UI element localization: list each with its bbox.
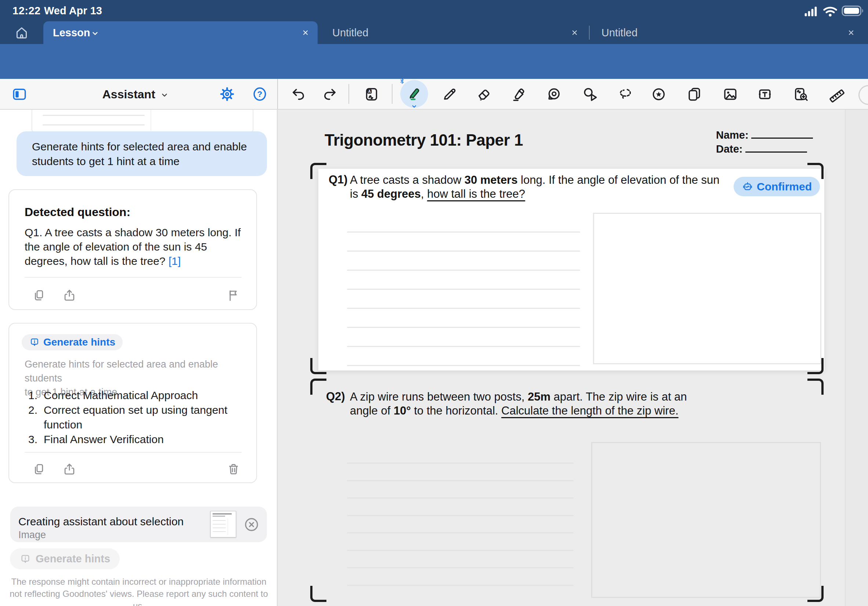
hints-list: 1.Correct Mathematical Approach 2.Correc… xyxy=(28,388,245,447)
bluetooth-icon xyxy=(399,78,405,84)
copy-button[interactable] xyxy=(32,462,46,476)
name-line xyxy=(751,129,813,139)
tool-divider xyxy=(392,84,392,104)
pen-tool-active[interactable] xyxy=(400,80,428,108)
selection-corner-handle[interactable] xyxy=(808,586,823,602)
overflow-tool-partial[interactable] xyxy=(859,85,868,105)
confirmed-badge[interactable]: Confirmed xyxy=(734,177,820,196)
copy-button[interactable] xyxy=(32,288,46,302)
delete-button[interactable] xyxy=(226,462,240,476)
undo-icon[interactable] xyxy=(290,86,307,103)
battery-icon xyxy=(842,5,864,17)
date-row: Date: xyxy=(716,143,807,155)
pen-icon xyxy=(406,85,423,102)
share-button[interactable] xyxy=(62,462,76,476)
cards-icon[interactable] xyxy=(686,86,703,103)
shapes-icon[interactable] xyxy=(582,86,599,103)
hint-item: 1.Correct Mathematical Approach xyxy=(28,388,245,403)
selection-corner-handle[interactable] xyxy=(808,358,823,374)
tab-lesson-label: Lesson xyxy=(53,27,90,39)
attachment-preview[interactable] xyxy=(32,110,253,133)
tab-untitled-1[interactable]: Untitled xyxy=(318,21,589,44)
panel-divider xyxy=(277,79,278,109)
ai-robot-icon xyxy=(742,181,753,193)
share-button[interactable] xyxy=(62,288,76,302)
close-icon[interactable] xyxy=(570,28,579,37)
chevron-down-icon xyxy=(411,103,418,110)
redo-icon[interactable] xyxy=(321,86,338,103)
page-zoom-icon[interactable] xyxy=(792,86,809,103)
confirmed-label: Confirmed xyxy=(757,181,812,193)
tab-untitled-1-label: Untitled xyxy=(332,27,368,39)
user-message-bubble: Generate hints for selected area and ena… xyxy=(17,131,267,176)
selection-corner-handle[interactable] xyxy=(808,379,823,395)
card-divider xyxy=(25,452,242,453)
q2-answer-lines xyxy=(347,462,574,602)
date-line xyxy=(746,143,807,153)
text-box-icon[interactable] xyxy=(756,86,773,103)
share-icon xyxy=(62,462,76,476)
q1-answer-lines xyxy=(347,232,580,384)
creating-card-type: Image xyxy=(19,529,46,541)
hint-bubble-icon xyxy=(29,337,40,348)
citation-link[interactable]: [1] xyxy=(169,255,181,267)
eraser-icon[interactable] xyxy=(476,86,492,103)
close-icon[interactable] xyxy=(301,28,310,37)
flag-icon xyxy=(226,288,240,302)
highlighter-icon[interactable] xyxy=(511,86,528,103)
tab-untitled-2[interactable]: Untitled xyxy=(590,21,868,44)
home-button[interactable] xyxy=(0,21,43,44)
selection-corner-handle[interactable] xyxy=(310,379,326,395)
user-message-text: Generate hints for selected area and ena… xyxy=(17,131,267,169)
hints-response-card: Generate hints Generate hints for select… xyxy=(8,323,257,483)
status-bar: 12:22 Wed Apr 13 xyxy=(0,0,868,21)
pencil-icon[interactable] xyxy=(441,86,458,103)
wifi-icon xyxy=(823,6,838,17)
gear-icon[interactable] xyxy=(219,85,236,103)
q2-work-box xyxy=(591,442,821,598)
close-icon[interactable] xyxy=(847,28,856,37)
sidebar-toggle-icon[interactable] xyxy=(11,86,28,103)
hint-item: 3.Final Answer Verification xyxy=(28,432,245,447)
assistant-panel: Generate hints for selected area and ena… xyxy=(0,110,277,606)
q1-work-box xyxy=(593,213,822,364)
chevron-down-icon xyxy=(90,29,100,38)
image-icon[interactable] xyxy=(722,86,739,103)
remove-selection-button[interactable] xyxy=(243,516,260,533)
convert-handwriting-icon[interactable] xyxy=(363,86,380,103)
name-row: Name: xyxy=(716,129,813,141)
page-edge xyxy=(845,110,868,606)
generate-hints-button[interactable]: Generate hints xyxy=(10,549,120,569)
q1-text: A tree casts a shadow 30 meters long. If… xyxy=(350,173,721,201)
copy-icon xyxy=(32,288,46,302)
lasso-icon[interactable] xyxy=(616,86,633,103)
share-icon xyxy=(62,288,76,302)
selection-corner-handle[interactable] xyxy=(310,163,326,179)
assistant-header[interactable]: Assistant xyxy=(44,88,228,101)
tab-bar: Lesson Untitled Untitled xyxy=(0,21,868,44)
help-icon[interactable] xyxy=(251,85,268,103)
generate-hints-button-label: Generate hints xyxy=(36,553,110,565)
tab-lesson[interactable]: Lesson xyxy=(43,21,318,44)
chevron-down-icon xyxy=(160,90,169,100)
cellular-signal-icon xyxy=(804,6,819,17)
document-canvas[interactable]: Trigonometry 101: Paper 1 Name: Date: Q1… xyxy=(277,110,868,606)
home-icon xyxy=(14,25,29,40)
sticker-icon[interactable] xyxy=(650,86,667,103)
selection-corner-handle[interactable] xyxy=(310,358,326,374)
creating-card-title: Creating assistant about selection xyxy=(19,515,184,528)
status-date: Wed Apr 13 xyxy=(44,5,102,17)
detected-question-text: Q1. A tree casts a shadow 30 meters long… xyxy=(25,225,247,268)
selection-corner-handle[interactable] xyxy=(808,163,823,179)
tool-ribbon: Assistant xyxy=(0,79,868,110)
selection-corner-handle[interactable] xyxy=(310,586,326,602)
flag-button[interactable] xyxy=(226,288,240,302)
selection-thumbnail xyxy=(211,511,236,537)
document-title: Trigonometry 101: Paper 1 xyxy=(325,131,523,149)
tape-icon[interactable] xyxy=(546,86,563,103)
card-divider xyxy=(25,277,242,278)
clock: 12:22 xyxy=(12,5,41,17)
ruler-icon[interactable] xyxy=(828,86,845,103)
generate-hints-badge-label: Generate hints xyxy=(43,336,115,348)
tab-untitled-2-label: Untitled xyxy=(601,27,637,39)
